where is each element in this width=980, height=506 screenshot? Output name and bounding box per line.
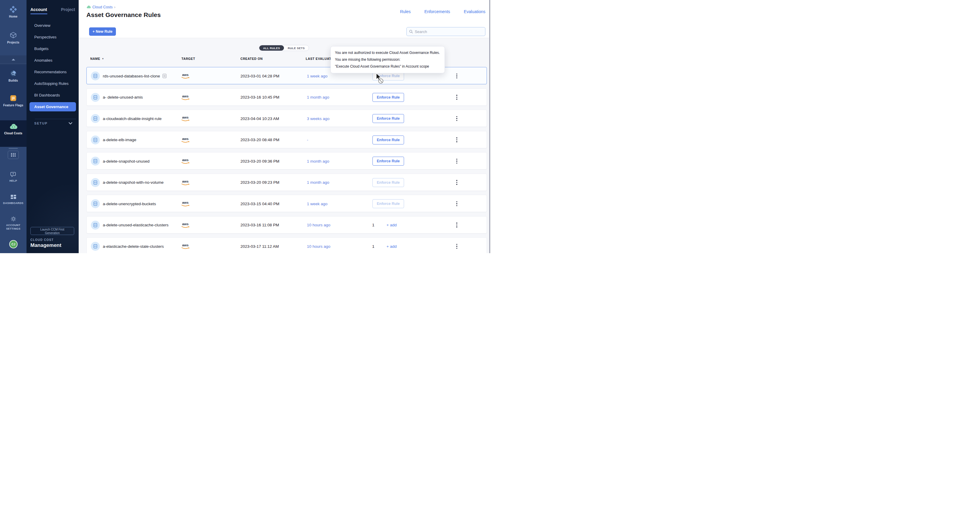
enforce-rule-button[interactable]: Enforce Rule [372, 114, 404, 123]
search-box[interactable] [406, 27, 485, 36]
column-header-created-on: CREATED ON [240, 57, 263, 60]
sidenav-item-budgets[interactable]: Budgets [27, 43, 79, 54]
sidenav-item-overview[interactable]: Overview [27, 20, 79, 31]
table-row[interactable]: a-delete-snapshot-with-no-volume aws 202… [86, 174, 487, 191]
row-menu-button[interactable] [454, 72, 459, 79]
rule-name: a-delete-elb-image [103, 131, 137, 149]
header-link-evaluations[interactable]: Evaluations [464, 9, 485, 14]
toggle-rule-sets[interactable]: RULE SETS [284, 45, 309, 51]
sidenav-item-recommendations[interactable]: Recommendations [27, 66, 79, 78]
add-enforcement-link[interactable]: + add [387, 217, 396, 234]
last-evaluation-link[interactable]: 1 week ago [307, 67, 328, 84]
sidebar-item-dashboards[interactable]: DASHBOARDS [0, 194, 27, 205]
launch-ccm-first-gen-button[interactable]: Launch CCM First Generation [30, 227, 74, 235]
table-row[interactable]: a- delete-unused-amis aws 2023-03-16 10:… [86, 89, 487, 106]
sidebar-item-home[interactable]: Home [0, 5, 27, 18]
sidenav-item-bi-dashboards[interactable]: BI Dashboards [27, 89, 79, 101]
column-header-name[interactable]: NAME▼ [90, 57, 104, 60]
aws-logo-icon: aws [180, 179, 191, 188]
enforce-rule-button[interactable]: Enforce Rule [372, 157, 404, 166]
row-menu-button[interactable] [454, 94, 459, 101]
last-evaluation-link[interactable]: 10 hours ago [307, 238, 331, 253]
sidebar-item-builds[interactable]: Builds [0, 70, 27, 82]
header-nav-links: RulesEnforcementsEvaluations [400, 9, 485, 14]
last-evaluation-link[interactable]: 3 weeks ago [307, 110, 329, 127]
created-on-value: 2023-03-17 11:12 AM [240, 238, 279, 253]
created-on-value: 2023-03-01 04:28 PM [240, 67, 280, 84]
sidebar-item-help[interactable]: ? HELP [0, 171, 27, 183]
last-evaluation-link[interactable]: 1 week ago [307, 195, 328, 213]
last-evaluation-link[interactable]: - [307, 131, 309, 149]
enforce-rule-button[interactable]: Enforce Rule [372, 93, 404, 102]
governance-rule-icon [91, 242, 100, 251]
table-row[interactable]: a-elasticache-delete-stale-clusters aws … [86, 237, 487, 253]
breadcrumb-cloud-costs-link[interactable]: Cloud Costs [92, 5, 113, 9]
sidebar-item-projects[interactable]: Projects [0, 31, 27, 44]
created-on-value: 2023-03-15 04:40 PM [240, 195, 280, 213]
rail-collapse-band[interactable] [0, 56, 27, 64]
sidenav-item-autostopping-rules[interactable]: AutoStopping Rules [27, 78, 79, 89]
row-menu-button[interactable] [454, 136, 459, 144]
last-evaluation-link[interactable]: 1 month ago [307, 152, 329, 170]
header-link-rules[interactable]: Rules [400, 9, 410, 14]
toggle-all-rules[interactable]: ALL RULES [259, 45, 284, 51]
sidebar-item-account-settings[interactable]: ACCOUNT SETTINGS [0, 216, 27, 230]
governance-rule-icon [91, 178, 100, 187]
copy-icon[interactable] [162, 74, 167, 78]
governance-rule-icon [91, 221, 100, 230]
created-on-value: 2023-03-20 08:48 PM [240, 131, 280, 149]
table-row[interactable]: a-delete-snapshot-unused aws 2023-03-20 … [86, 152, 487, 170]
aws-logo-icon: aws [180, 200, 191, 209]
last-evaluation-link[interactable]: 1 month ago [307, 89, 329, 106]
rules-view-toggle[interactable]: ALL RULES RULE SETS [259, 45, 309, 51]
row-menu-button[interactable] [454, 222, 459, 229]
sidenav-item-asset-governance[interactable]: Asset Governance [30, 102, 76, 111]
add-enforcement-link[interactable]: + add [387, 238, 396, 253]
svg-text:aws: aws [182, 222, 189, 226]
sidebar-item-feature-flags[interactable]: Feature Flags [0, 94, 27, 107]
table-row[interactable]: a-cloudwatch-disable-insight-rule aws 20… [86, 109, 487, 127]
sidenav-setup-toggle[interactable]: SETUP [34, 122, 72, 125]
user-avatar[interactable]: CJ [9, 240, 18, 248]
tooltip-line: You are missing the following permission… [335, 56, 441, 63]
rule-name: a- delete-unused-amis [103, 89, 143, 106]
enforce-rule-button[interactable]: Enforce Rule [372, 135, 404, 144]
row-menu-button[interactable] [454, 200, 459, 207]
permission-tooltip: You are not authorized to execute Cloud … [331, 46, 445, 73]
sidenav-item-anomalies[interactable]: Anomalies [27, 54, 79, 66]
table-row[interactable]: a-delete-unencrypted-buckets aws 2023-03… [86, 195, 487, 212]
rail-drag-handle[interactable] [9, 148, 18, 149]
tooltip-line: You are not authorized to execute Cloud … [335, 49, 441, 56]
created-on-value: 2023-04-04 10:23 AM [240, 110, 279, 127]
builds-icon [9, 70, 17, 78]
created-on-value: 2023-03-20 09:36 PM [240, 152, 280, 170]
table-row[interactable]: a-delete-unused-elasticache-clusters aws… [86, 216, 487, 233]
aws-logo-icon: aws [180, 72, 191, 81]
sidebar-item-cloud-costs[interactable]: $ Cloud Costs [0, 123, 27, 135]
page-title: Asset Governance Rules [86, 11, 161, 19]
module-grid-button[interactable] [8, 151, 19, 159]
svg-text:aws: aws [182, 137, 189, 141]
header-link-enforcements[interactable]: Enforcements [424, 9, 450, 14]
svg-text:aws: aws [182, 116, 189, 119]
chevron-down-icon [68, 122, 72, 124]
created-on-value: 2023-03-20 09:23 PM [240, 174, 280, 191]
last-evaluation-link[interactable]: 1 month ago [307, 174, 329, 191]
search-input[interactable] [415, 30, 483, 34]
tab-project[interactable]: Project [61, 7, 75, 12]
breadcrumb-separator: › [114, 5, 115, 9]
tab-account[interactable]: Account [30, 7, 47, 12]
row-menu-button[interactable] [454, 115, 459, 122]
sidenav-item-perspectives[interactable]: Perspectives [27, 31, 79, 43]
aws-logo-icon: aws [180, 136, 191, 145]
row-menu-button[interactable] [454, 243, 459, 250]
enforce-rule-button[interactable]: Enforce Rule [372, 178, 404, 187]
new-rule-button[interactable]: + New Rule [89, 27, 116, 36]
row-menu-button[interactable] [454, 179, 459, 186]
table-row[interactable]: a-delete-elb-image aws 2023-03-20 08:48 … [86, 131, 487, 148]
row-menu-button[interactable] [454, 157, 459, 165]
rule-name: a-delete-snapshot-unused [103, 152, 150, 170]
grid-icon [11, 153, 16, 157]
enforce-rule-button[interactable]: Enforce Rule [372, 199, 404, 208]
last-evaluation-link[interactable]: 10 hours ago [307, 217, 331, 234]
